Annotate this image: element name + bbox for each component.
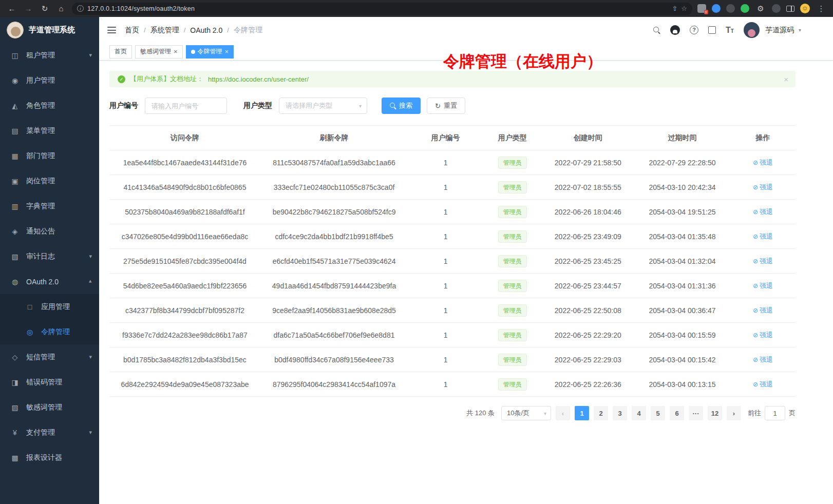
user-avatar[interactable]: [744, 22, 760, 38]
url-bar[interactable]: i 127.0.0.1:1024/system/oauth2/token ⇧ ☆: [72, 3, 692, 15]
user-id-cell: 1: [408, 150, 483, 175]
sidebar-item-dictionary[interactable]: ▥字典管理: [0, 193, 99, 219]
forward-icon[interactable]: →: [23, 4, 34, 13]
extension-dark-icon[interactable]: [726, 4, 735, 13]
tab-首页[interactable]: 首页: [109, 45, 132, 59]
sidebar-item-payment[interactable]: ¥支付管理▾: [0, 420, 99, 445]
breadcrumb-item[interactable]: OAuth 2.0: [190, 26, 222, 34]
extensions-puzzle-icon[interactable]: ⚙: [755, 4, 766, 13]
user-type-badge: 管理员: [498, 206, 527, 218]
sidebar-item-label: 菜单管理: [26, 126, 92, 135]
page-content: ✓ 【用户体系】文档地址： https://doc.iocoder.cn/use…: [99, 61, 833, 433]
force-logout-button[interactable]: ⊘强退: [753, 183, 773, 192]
page-button-3[interactable]: 3: [613, 406, 627, 420]
force-logout-button[interactable]: ⊘强退: [753, 355, 773, 364]
extension-paw-icon[interactable]: [772, 4, 781, 13]
tab-close-icon[interactable]: ×: [225, 48, 229, 55]
sidebar-item-audit-log[interactable]: ▧审计日志▾: [0, 244, 99, 269]
sidebar-item-notice[interactable]: ◈通知公告: [0, 219, 99, 244]
breadcrumb-item[interactable]: 首页: [125, 26, 139, 35]
sidebar: 芋道管理系统 ◫租户管理▾◉用户管理◭角色管理▤菜单管理▦部门管理▣岗位管理▥字…: [0, 17, 99, 504]
create-time-cell: 2022-06-25 23:45:25: [542, 249, 634, 274]
site-info-icon[interactable]: i: [77, 5, 84, 12]
sidebar-item-menu[interactable]: ▤菜单管理: [0, 118, 99, 143]
sidebar-item-sensitive-word[interactable]: ▨敏感词管理: [0, 395, 99, 420]
sidebar-item-label: 通知公告: [26, 227, 92, 236]
page-button-5[interactable]: 5: [651, 406, 665, 420]
browser-menu-icon[interactable]: ⋮: [816, 4, 827, 13]
sidebar-toggle-icon[interactable]: [107, 27, 116, 33]
user-type-select[interactable]: 请选择用户类型 ▾: [279, 98, 367, 114]
force-logout-button[interactable]: ⊘强退: [753, 158, 773, 167]
browser-profile-avatar[interactable]: ☺: [800, 4, 810, 13]
force-logout-button[interactable]: ⊘强退: [753, 380, 773, 389]
search-button[interactable]: 搜索: [382, 98, 421, 114]
tab-close-icon[interactable]: ×: [174, 48, 178, 55]
extension-green-icon[interactable]: [741, 4, 749, 13]
doc-link[interactable]: https://doc.iocoder.cn/user-center/: [208, 75, 309, 83]
pages-more-button[interactable]: ···: [689, 406, 703, 420]
action-cell: ⊘强退: [730, 347, 796, 372]
sidebar-item-label: 支付管理: [26, 428, 89, 437]
force-logout-button[interactable]: ⊘强退: [753, 306, 773, 315]
page-button-2[interactable]: 2: [594, 406, 608, 420]
page-button-6[interactable]: 6: [670, 406, 684, 420]
back-icon[interactable]: ←: [6, 4, 17, 13]
extension-badged-icon[interactable]: 0: [697, 4, 706, 13]
tab-令牌管理[interactable]: 令牌管理×: [186, 45, 234, 59]
home-icon[interactable]: ⌂: [55, 4, 67, 13]
split-view-icon[interactable]: [786, 6, 794, 12]
user-id-cell: 1: [408, 200, 483, 224]
alert-close-icon[interactable]: ×: [784, 75, 788, 84]
sidebar-item-department[interactable]: ▦部门管理: [0, 143, 99, 168]
username[interactable]: 芋道源码: [765, 26, 794, 35]
page-button-1[interactable]: 1: [575, 406, 589, 420]
force-logout-button[interactable]: ⊘强退: [753, 207, 773, 217]
sidebar-item-post[interactable]: ▣岗位管理: [0, 168, 99, 193]
help-icon[interactable]: ?: [690, 26, 698, 34]
force-logout-button[interactable]: ⊘强退: [753, 257, 773, 266]
user-id-input[interactable]: [145, 98, 227, 114]
github-icon[interactable]: [670, 25, 680, 35]
sidebar-item-error-code[interactable]: ◨错误码管理: [0, 370, 99, 395]
page-button-4[interactable]: 4: [632, 406, 646, 420]
dictionary-icon: ▥: [10, 202, 20, 210]
search-icon[interactable]: [653, 27, 660, 34]
user-type-cell: 管理员: [483, 175, 542, 200]
goto-label: 前往: [748, 409, 761, 418]
user-id-cell: 1: [408, 274, 483, 298]
breadcrumb-item[interactable]: 系统管理: [150, 26, 179, 35]
sidebar-item-user[interactable]: ◉用户管理: [0, 68, 99, 93]
app-logo[interactable]: 芋道管理系统: [0, 17, 99, 43]
reload-icon[interactable]: ↻: [39, 4, 50, 13]
reset-button[interactable]: ↻ 重置: [427, 98, 465, 114]
page-button-12[interactable]: 12: [708, 406, 722, 420]
force-logout-button[interactable]: ⊘强退: [753, 331, 773, 340]
force-logout-button[interactable]: ⊘强退: [753, 232, 773, 241]
sidebar-item-application[interactable]: □应用管理: [0, 294, 99, 319]
sidebar-item-oauth[interactable]: ◍OAuth 2.0▾: [0, 269, 99, 294]
user-menu-caret-icon[interactable]: ▾: [799, 27, 801, 33]
sidebar-item-roles[interactable]: ◭角色管理: [0, 93, 99, 118]
search-button-icon: [390, 103, 396, 109]
share-icon[interactable]: ⇧: [672, 5, 677, 12]
tab-敏感词管理[interactable]: 敏感词管理×: [135, 45, 183, 59]
sidebar-item-tenants[interactable]: ◫租户管理▾: [0, 43, 99, 68]
sidebar-item-label: 错误码管理: [26, 378, 92, 387]
goto-page-input[interactable]: [765, 406, 785, 420]
pagination-total: 共 120 条: [466, 409, 495, 418]
sidebar-item-token-signal[interactable]: ◎令牌管理: [0, 319, 99, 344]
sidebar-item-report-designer[interactable]: ▩报表设计器: [0, 445, 99, 470]
column-header: 操作: [730, 126, 796, 150]
bookmark-star-icon[interactable]: ☆: [681, 5, 687, 12]
fullscreen-icon[interactable]: [708, 26, 716, 34]
column-header: 用户类型: [483, 126, 542, 150]
page-size-select[interactable]: 10条/页 ▾: [501, 406, 551, 420]
sidebar-item-sms[interactable]: ◇短信管理▾: [0, 344, 99, 370]
chevron-down-icon: ▾: [89, 52, 92, 59]
force-logout-button[interactable]: ⊘强退: [753, 281, 773, 290]
next-page-button[interactable]: ›: [727, 406, 741, 420]
prev-page-button[interactable]: ‹: [556, 406, 570, 420]
extension-blue-icon[interactable]: [712, 4, 721, 13]
font-size-icon[interactable]: TT: [726, 26, 734, 35]
